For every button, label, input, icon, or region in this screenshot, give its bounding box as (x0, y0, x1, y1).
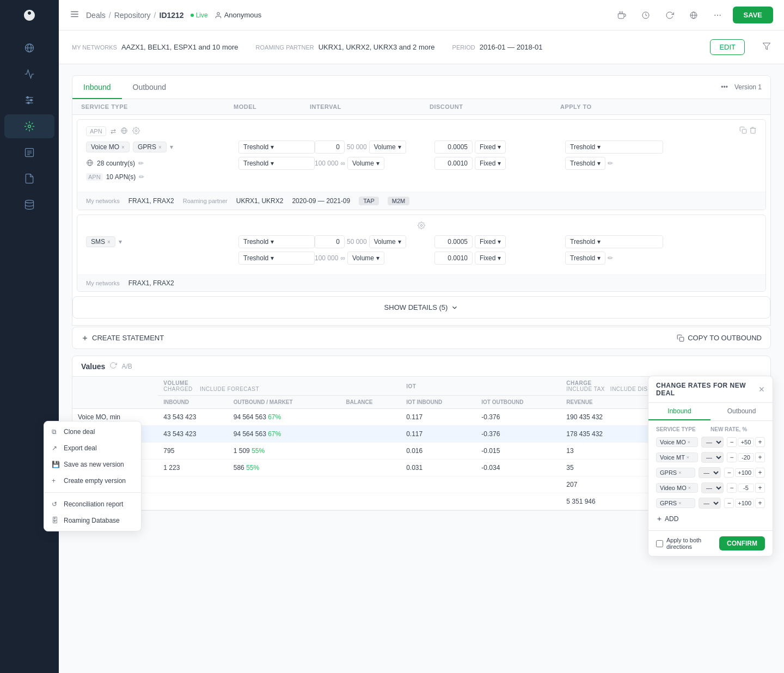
globe-deal-icon[interactable] (120, 127, 128, 136)
ab-test-icon[interactable]: A/B (121, 363, 132, 370)
gear-deal2-icon[interactable] (418, 222, 425, 231)
apply-both-directions[interactable]: Apply to both directions (656, 537, 719, 550)
discount-value-2[interactable] (434, 157, 473, 170)
breadcrumb-deals[interactable]: Deals (86, 11, 106, 20)
sms-discount-type-2[interactable]: Fixed ▾ (475, 252, 506, 265)
globe-row2-icon[interactable] (86, 159, 94, 168)
menu-item-reconciliation-report[interactable]: ↺Reconciliation report (44, 496, 141, 512)
discount-type-2[interactable]: Fixed ▾ (475, 157, 506, 170)
rate-direction-select[interactable]: — (701, 452, 724, 463)
apn-count[interactable]: 10 APN(s) (106, 173, 136, 181)
sms-interval-unit-1[interactable]: Volume ▾ (369, 235, 406, 248)
sidebar-item-settings[interactable] (4, 88, 54, 112)
sms-discount-type-1[interactable]: Fixed ▾ (475, 235, 506, 248)
discount-value-1[interactable] (434, 140, 473, 154)
edit-country-icon[interactable]: ✏ (138, 160, 144, 167)
sidebar-item-database[interactable] (4, 193, 54, 217)
rate-minus-button[interactable]: − (727, 437, 737, 447)
menu-item-export-deal[interactable]: ↗Export deal (44, 440, 141, 456)
sidebar-item-reports[interactable] (4, 140, 54, 164)
confirm-button[interactable]: CONFIRM (719, 536, 765, 550)
app-logo[interactable] (20, 5, 39, 25)
more-button[interactable] (709, 7, 726, 24)
show-details-button[interactable]: SHOW DETAILS (5) (72, 296, 770, 319)
menu-item-save-as-new-version[interactable]: 💾Save as new version (44, 456, 141, 473)
tab-outbound[interactable]: Outbound (122, 76, 177, 99)
rate-direction-select[interactable]: — (701, 482, 724, 493)
th-discount: DISCOUNT (430, 103, 560, 110)
rate-value: +100 (735, 499, 754, 507)
sidebar-item-chart[interactable] (4, 62, 54, 86)
sms-model-select-1[interactable]: Treshold ▾ (238, 235, 315, 248)
edit-apn-icon[interactable]: ✏ (139, 173, 144, 181)
sms-discount-2[interactable] (434, 252, 473, 265)
rate-plus-button[interactable]: + (755, 452, 765, 462)
breadcrumb-repository[interactable]: Repository (114, 11, 151, 20)
sms-interval-from-1[interactable] (315, 235, 345, 248)
country-count[interactable]: 28 country(s) (97, 160, 135, 167)
model-select-2[interactable]: Treshold ▾ (238, 157, 315, 170)
gear-deal-icon[interactable] (132, 127, 140, 136)
shuffle-icon[interactable]: ⇄ (111, 127, 116, 135)
more-tab-icon[interactable]: ••• (721, 83, 728, 91)
rate-minus-button[interactable]: − (727, 452, 737, 462)
sms-model-select-2[interactable]: Treshold ▾ (238, 252, 315, 265)
interval-from-1[interactable] (315, 140, 345, 154)
rate-direction-select[interactable]: — (701, 437, 724, 448)
tab-inbound[interactable]: Inbound (72, 76, 122, 99)
interval-unit-1[interactable]: Volume ▾ (369, 140, 406, 154)
rate-plus-button[interactable]: + (755, 437, 765, 447)
create-statement-button[interactable]: CREATE STATEMENT (81, 334, 164, 342)
add-rate-button[interactable]: ADD (656, 513, 765, 525)
refresh-button[interactable] (661, 7, 678, 24)
sidebar-item-globe[interactable] (4, 36, 54, 60)
rate-direction-select[interactable]: — (699, 498, 721, 509)
add-sms-tag-icon[interactable]: ▾ (119, 238, 122, 246)
rate-minus-button[interactable]: − (724, 498, 734, 508)
filter-icon[interactable] (762, 42, 771, 52)
rate-direction-select[interactable]: — (699, 467, 721, 478)
menu-item-create-empty-version[interactable]: +Create empty version (44, 473, 141, 489)
apn-badge[interactable]: APN (86, 126, 106, 136)
discount-type-1[interactable]: Fixed ▾ (475, 140, 506, 154)
sms-apply-1[interactable]: Treshold ▾ (565, 235, 663, 248)
rate-minus-button[interactable]: − (727, 483, 737, 493)
panel-close-button[interactable]: ✕ (758, 385, 765, 394)
sms-tag[interactable]: SMS × (86, 236, 115, 247)
add-tag-icon[interactable]: ▾ (170, 143, 173, 151)
apply-to-2[interactable]: Treshold ▾ (565, 157, 605, 170)
copy-deal-icon[interactable] (739, 126, 747, 136)
globe-button[interactable] (685, 7, 702, 24)
sidebar-item-deals[interactable] (4, 114, 54, 138)
interval-unit-2[interactable]: Volume ▾ (347, 157, 384, 170)
delete-deal-icon[interactable] (749, 126, 757, 136)
sms-apply-2[interactable]: Treshold ▾ (565, 252, 605, 265)
rate-minus-button[interactable]: − (724, 468, 734, 478)
menu-item-roaming-database[interactable]: 🗄Roaming Database (44, 512, 141, 529)
copy-to-outbound-button[interactable]: COPY TO OUTBOUND (677, 334, 762, 342)
menu-icon[interactable] (70, 9, 79, 21)
sms-interval-unit-2[interactable]: Volume ▾ (347, 252, 384, 265)
refresh-values-icon[interactable] (109, 362, 117, 371)
history-button[interactable] (637, 7, 654, 24)
apply-to-1[interactable]: Treshold ▾ (565, 140, 663, 154)
panel-tab-outbound[interactable]: Outbound (710, 403, 773, 420)
sms-discount-1[interactable] (434, 235, 473, 248)
sidebar-item-docs[interactable] (4, 167, 54, 191)
gprs-tag[interactable]: GPRS × (133, 142, 167, 152)
edit-button[interactable]: EDIT (710, 39, 745, 55)
table-cell-outbound: 1 509 55% (228, 443, 341, 460)
edit-apply-icon[interactable]: ✏ (608, 160, 613, 167)
voice-mo-tag[interactable]: Voice MO × (86, 142, 130, 152)
panel-tab-inbound[interactable]: Inbound (648, 403, 710, 420)
rate-plus-button[interactable]: + (755, 483, 765, 493)
apply-checkbox-input[interactable] (656, 540, 663, 547)
share-button[interactable] (613, 7, 630, 24)
menu-item-clone-deal[interactable]: ⧉Clone deal (44, 424, 141, 440)
rate-plus-button[interactable]: + (755, 468, 765, 478)
edit-sms-apply-icon[interactable]: ✏ (608, 254, 613, 262)
rate-plus-button[interactable]: + (755, 498, 765, 508)
table-cell-inbound: 795 (158, 443, 228, 460)
save-button[interactable]: SAVE (733, 7, 773, 23)
model-select-1[interactable]: Treshold ▾ (238, 140, 315, 154)
